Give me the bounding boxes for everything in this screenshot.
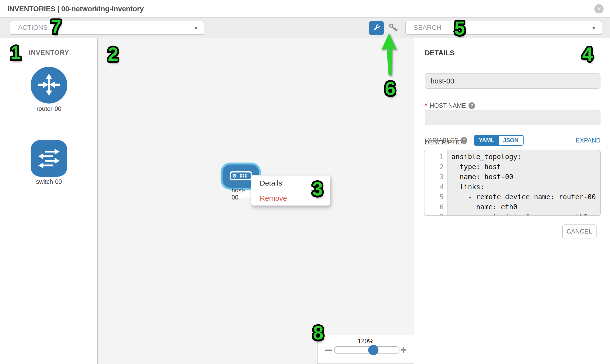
search-dropdown[interactable]: SEARCH ▼ xyxy=(405,21,602,35)
device-switch[interactable] xyxy=(31,140,67,177)
line-number: 1 xyxy=(425,152,447,162)
topology-canvas[interactable]: host-00 Details Remove 120% − + xyxy=(98,38,414,364)
toggle-json[interactable]: JSON xyxy=(499,136,523,145)
zoom-out-button[interactable]: − xyxy=(324,342,333,357)
zoom-in-button[interactable]: + xyxy=(400,342,407,357)
description-input[interactable] xyxy=(425,110,600,125)
context-menu: Details Remove xyxy=(251,175,330,206)
required-marker: * xyxy=(425,102,427,109)
inventory-panel-title: INVENTORY xyxy=(0,49,98,57)
close-button[interactable]: ✕ xyxy=(594,4,604,13)
code-line: ansible_topology: xyxy=(451,152,600,162)
line-number: 3 xyxy=(425,172,447,182)
code-line: name: host-00 xyxy=(451,172,600,182)
code-line: links: xyxy=(451,182,600,192)
actions-dropdown-label: ACTIONS xyxy=(18,24,48,32)
toolbar-tools-button[interactable] xyxy=(369,21,384,35)
page-header: INVENTORIES | 00-networking-inventory ✕ xyxy=(0,0,610,18)
zoom-slider-handle[interactable] xyxy=(368,345,378,355)
chevron-down-icon: ▼ xyxy=(592,26,595,30)
code-line: name: eth0 xyxy=(451,202,600,212)
variables-label: VARIABLES xyxy=(425,137,458,144)
zoom-slider-track[interactable] xyxy=(334,346,400,354)
host-node-label: host-00 xyxy=(232,190,252,198)
device-router-label: router-00 xyxy=(0,105,98,112)
cancel-button[interactable]: CANCEL xyxy=(562,224,597,238)
expand-link[interactable]: EXPAND xyxy=(576,137,600,144)
details-panel-title: DETAILS xyxy=(425,49,454,57)
search-placeholder: SEARCH xyxy=(414,24,441,32)
app-root: { "colors": { "accent_blue": "#337ab7", … xyxy=(0,0,610,364)
toolbar-key-button[interactable] xyxy=(388,23,399,34)
context-menu-item-details[interactable]: Details xyxy=(251,176,330,191)
line-number: 7 xyxy=(425,212,447,216)
host-name-label-row: * HOST NAME ? xyxy=(425,102,475,109)
variables-code-editor[interactable]: 1 2 3 4 5 6 7 ansible_topology: type: ho… xyxy=(424,150,601,216)
details-panel: DETAILS * HOST NAME ? DESCRIPTION VARIAB… xyxy=(414,38,610,364)
code-line: remote_interface_name: eth0 xyxy=(451,212,600,216)
code-line: - remote_device_name: router-00 xyxy=(451,192,600,202)
line-number: 5 xyxy=(425,192,447,202)
code-content[interactable]: ansible_topology: type: host name: host-… xyxy=(447,150,600,215)
key-icon xyxy=(388,22,399,34)
host-name-input[interactable] xyxy=(425,73,600,89)
inventory-panel: INVENTORY router-00 xyxy=(0,38,98,364)
switch-icon xyxy=(36,145,62,172)
device-switch-label: switch-00 xyxy=(0,178,98,185)
device-router[interactable] xyxy=(31,67,67,104)
help-icon[interactable]: ? xyxy=(468,102,475,109)
wrench-icon xyxy=(372,23,381,33)
zoom-control: 120% − + xyxy=(317,335,414,364)
host-name-label: HOST NAME xyxy=(430,102,466,109)
code-line: type: host xyxy=(451,162,600,172)
code-gutter: 1 2 3 4 5 6 7 xyxy=(425,150,447,215)
toggle-yaml[interactable]: YAML xyxy=(474,136,499,145)
actions-dropdown[interactable]: ACTIONS ▼ xyxy=(10,21,204,35)
host-icon xyxy=(230,171,252,182)
help-icon[interactable]: ? xyxy=(461,137,467,144)
close-icon: ✕ xyxy=(597,6,601,12)
variables-format-toggle: YAML JSON xyxy=(474,135,524,146)
line-number: 4 xyxy=(425,182,447,192)
line-number: 2 xyxy=(425,162,447,172)
line-number: 6 xyxy=(425,202,447,212)
variables-row: VARIABLES ? YAML JSON EXPAND xyxy=(425,134,600,147)
page-title: INVENTORIES | 00-networking-inventory xyxy=(7,5,144,13)
router-icon xyxy=(36,71,62,99)
chevron-down-icon: ▼ xyxy=(194,26,197,30)
context-menu-item-remove[interactable]: Remove xyxy=(251,191,330,206)
toolbar: ACTIONS ▼ SEARCH ▼ xyxy=(0,18,610,38)
